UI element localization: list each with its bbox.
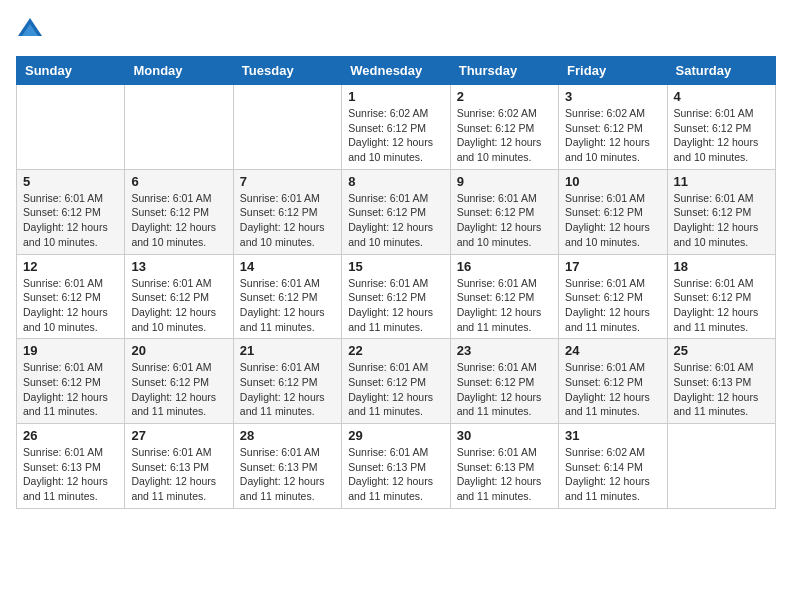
calendar-table: SundayMondayTuesdayWednesdayThursdayFrid… — [16, 56, 776, 509]
calendar-cell: 24Sunrise: 6:01 AM Sunset: 6:12 PM Dayli… — [559, 339, 667, 424]
day-number: 16 — [457, 259, 552, 274]
weekday-header-thursday: Thursday — [450, 57, 558, 85]
day-info: Sunrise: 6:01 AM Sunset: 6:13 PM Dayligh… — [23, 445, 118, 504]
day-info: Sunrise: 6:01 AM Sunset: 6:12 PM Dayligh… — [457, 276, 552, 335]
calendar-cell: 19Sunrise: 6:01 AM Sunset: 6:12 PM Dayli… — [17, 339, 125, 424]
calendar-cell: 16Sunrise: 6:01 AM Sunset: 6:12 PM Dayli… — [450, 254, 558, 339]
week-row-4: 19Sunrise: 6:01 AM Sunset: 6:12 PM Dayli… — [17, 339, 776, 424]
calendar-cell: 15Sunrise: 6:01 AM Sunset: 6:12 PM Dayli… — [342, 254, 450, 339]
day-info: Sunrise: 6:01 AM Sunset: 6:12 PM Dayligh… — [348, 360, 443, 419]
calendar-cell: 6Sunrise: 6:01 AM Sunset: 6:12 PM Daylig… — [125, 169, 233, 254]
day-number: 25 — [674, 343, 769, 358]
day-info: Sunrise: 6:01 AM Sunset: 6:12 PM Dayligh… — [565, 360, 660, 419]
calendar-cell: 25Sunrise: 6:01 AM Sunset: 6:13 PM Dayli… — [667, 339, 775, 424]
calendar-cell — [17, 85, 125, 170]
day-number: 9 — [457, 174, 552, 189]
calendar-cell: 9Sunrise: 6:01 AM Sunset: 6:12 PM Daylig… — [450, 169, 558, 254]
day-info: Sunrise: 6:01 AM Sunset: 6:12 PM Dayligh… — [674, 191, 769, 250]
weekday-header-wednesday: Wednesday — [342, 57, 450, 85]
day-number: 30 — [457, 428, 552, 443]
calendar-cell: 29Sunrise: 6:01 AM Sunset: 6:13 PM Dayli… — [342, 424, 450, 509]
week-row-2: 5Sunrise: 6:01 AM Sunset: 6:12 PM Daylig… — [17, 169, 776, 254]
calendar-cell: 10Sunrise: 6:01 AM Sunset: 6:12 PM Dayli… — [559, 169, 667, 254]
calendar-cell: 17Sunrise: 6:01 AM Sunset: 6:12 PM Dayli… — [559, 254, 667, 339]
day-number: 10 — [565, 174, 660, 189]
week-row-1: 1Sunrise: 6:02 AM Sunset: 6:12 PM Daylig… — [17, 85, 776, 170]
logo-icon — [16, 16, 44, 44]
calendar-cell: 31Sunrise: 6:02 AM Sunset: 6:14 PM Dayli… — [559, 424, 667, 509]
day-number: 28 — [240, 428, 335, 443]
calendar-cell: 18Sunrise: 6:01 AM Sunset: 6:12 PM Dayli… — [667, 254, 775, 339]
day-number: 5 — [23, 174, 118, 189]
calendar-cell: 5Sunrise: 6:01 AM Sunset: 6:12 PM Daylig… — [17, 169, 125, 254]
calendar-cell: 11Sunrise: 6:01 AM Sunset: 6:12 PM Dayli… — [667, 169, 775, 254]
weekday-header-monday: Monday — [125, 57, 233, 85]
calendar-cell: 14Sunrise: 6:01 AM Sunset: 6:12 PM Dayli… — [233, 254, 341, 339]
day-number: 4 — [674, 89, 769, 104]
calendar-cell: 23Sunrise: 6:01 AM Sunset: 6:12 PM Dayli… — [450, 339, 558, 424]
day-number: 29 — [348, 428, 443, 443]
day-number: 20 — [131, 343, 226, 358]
calendar-cell: 27Sunrise: 6:01 AM Sunset: 6:13 PM Dayli… — [125, 424, 233, 509]
weekday-header-friday: Friday — [559, 57, 667, 85]
page-header — [16, 16, 776, 46]
day-number: 27 — [131, 428, 226, 443]
week-row-5: 26Sunrise: 6:01 AM Sunset: 6:13 PM Dayli… — [17, 424, 776, 509]
weekday-header-sunday: Sunday — [17, 57, 125, 85]
calendar-cell: 3Sunrise: 6:02 AM Sunset: 6:12 PM Daylig… — [559, 85, 667, 170]
day-number: 14 — [240, 259, 335, 274]
day-info: Sunrise: 6:01 AM Sunset: 6:12 PM Dayligh… — [23, 276, 118, 335]
day-number: 1 — [348, 89, 443, 104]
calendar-cell: 28Sunrise: 6:01 AM Sunset: 6:13 PM Dayli… — [233, 424, 341, 509]
day-number: 11 — [674, 174, 769, 189]
day-info: Sunrise: 6:01 AM Sunset: 6:12 PM Dayligh… — [240, 360, 335, 419]
week-row-3: 12Sunrise: 6:01 AM Sunset: 6:12 PM Dayli… — [17, 254, 776, 339]
logo — [16, 16, 48, 46]
day-info: Sunrise: 6:01 AM Sunset: 6:12 PM Dayligh… — [348, 276, 443, 335]
calendar-cell: 8Sunrise: 6:01 AM Sunset: 6:12 PM Daylig… — [342, 169, 450, 254]
calendar-cell: 1Sunrise: 6:02 AM Sunset: 6:12 PM Daylig… — [342, 85, 450, 170]
day-number: 13 — [131, 259, 226, 274]
day-info: Sunrise: 6:01 AM Sunset: 6:12 PM Dayligh… — [131, 276, 226, 335]
weekday-header-saturday: Saturday — [667, 57, 775, 85]
day-number: 3 — [565, 89, 660, 104]
day-info: Sunrise: 6:01 AM Sunset: 6:13 PM Dayligh… — [457, 445, 552, 504]
day-info: Sunrise: 6:01 AM Sunset: 6:12 PM Dayligh… — [457, 360, 552, 419]
day-number: 19 — [23, 343, 118, 358]
day-info: Sunrise: 6:01 AM Sunset: 6:12 PM Dayligh… — [565, 276, 660, 335]
calendar-cell: 2Sunrise: 6:02 AM Sunset: 6:12 PM Daylig… — [450, 85, 558, 170]
day-info: Sunrise: 6:01 AM Sunset: 6:12 PM Dayligh… — [23, 360, 118, 419]
calendar-cell: 4Sunrise: 6:01 AM Sunset: 6:12 PM Daylig… — [667, 85, 775, 170]
day-number: 17 — [565, 259, 660, 274]
day-number: 26 — [23, 428, 118, 443]
day-number: 6 — [131, 174, 226, 189]
weekday-header-row: SundayMondayTuesdayWednesdayThursdayFrid… — [17, 57, 776, 85]
day-number: 2 — [457, 89, 552, 104]
day-info: Sunrise: 6:01 AM Sunset: 6:12 PM Dayligh… — [457, 191, 552, 250]
day-info: Sunrise: 6:01 AM Sunset: 6:12 PM Dayligh… — [131, 191, 226, 250]
calendar-cell — [125, 85, 233, 170]
calendar-cell: 7Sunrise: 6:01 AM Sunset: 6:12 PM Daylig… — [233, 169, 341, 254]
day-info: Sunrise: 6:01 AM Sunset: 6:12 PM Dayligh… — [674, 106, 769, 165]
day-info: Sunrise: 6:02 AM Sunset: 6:14 PM Dayligh… — [565, 445, 660, 504]
calendar-cell: 13Sunrise: 6:01 AM Sunset: 6:12 PM Dayli… — [125, 254, 233, 339]
calendar-cell: 26Sunrise: 6:01 AM Sunset: 6:13 PM Dayli… — [17, 424, 125, 509]
day-number: 21 — [240, 343, 335, 358]
day-number: 12 — [23, 259, 118, 274]
day-number: 7 — [240, 174, 335, 189]
day-info: Sunrise: 6:01 AM Sunset: 6:12 PM Dayligh… — [674, 276, 769, 335]
day-number: 23 — [457, 343, 552, 358]
weekday-header-tuesday: Tuesday — [233, 57, 341, 85]
day-info: Sunrise: 6:02 AM Sunset: 6:12 PM Dayligh… — [457, 106, 552, 165]
day-info: Sunrise: 6:01 AM Sunset: 6:13 PM Dayligh… — [240, 445, 335, 504]
day-info: Sunrise: 6:02 AM Sunset: 6:12 PM Dayligh… — [565, 106, 660, 165]
day-info: Sunrise: 6:01 AM Sunset: 6:12 PM Dayligh… — [348, 191, 443, 250]
day-number: 8 — [348, 174, 443, 189]
day-number: 22 — [348, 343, 443, 358]
day-info: Sunrise: 6:01 AM Sunset: 6:13 PM Dayligh… — [674, 360, 769, 419]
day-info: Sunrise: 6:01 AM Sunset: 6:12 PM Dayligh… — [565, 191, 660, 250]
calendar-cell: 30Sunrise: 6:01 AM Sunset: 6:13 PM Dayli… — [450, 424, 558, 509]
day-info: Sunrise: 6:01 AM Sunset: 6:13 PM Dayligh… — [131, 445, 226, 504]
calendar-cell — [233, 85, 341, 170]
calendar-cell — [667, 424, 775, 509]
